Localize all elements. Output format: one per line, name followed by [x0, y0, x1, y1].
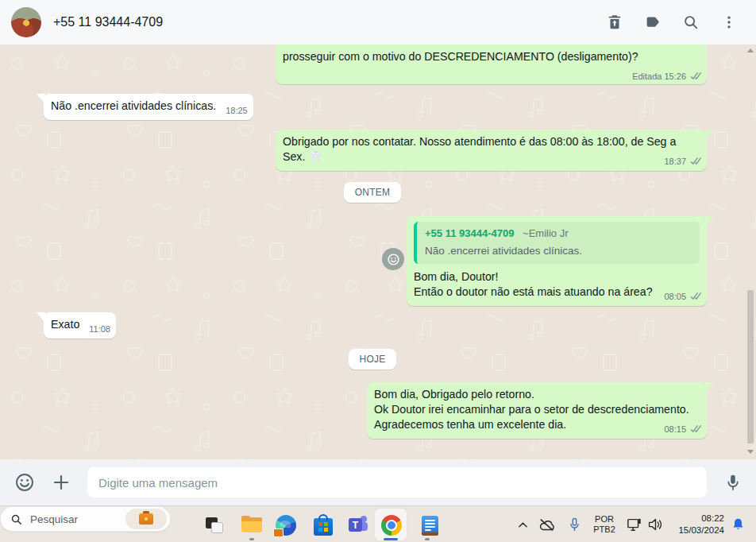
edge-button[interactable] [275, 514, 297, 536]
emoji-picker-icon[interactable] [14, 472, 35, 493]
work-profile-badge [273, 528, 284, 537]
notification-bell-icon[interactable] [727, 506, 748, 542]
message-line: Ok Doutor irei encaminhar para o setor d… [374, 402, 700, 417]
double-check-icon [688, 425, 701, 434]
chat-scrollbar[interactable] [745, 45, 756, 459]
file-explorer-button[interactable] [241, 514, 263, 536]
attach-plus-icon[interactable] [51, 472, 71, 493]
language-line1: POR [595, 514, 614, 525]
search-icon[interactable] [681, 13, 700, 32]
edge-icon [276, 515, 296, 536]
language-line2: PTB2 [593, 525, 615, 535]
contact-avatar[interactable] [11, 7, 41, 37]
date-divider: ONTEM [0, 182, 745, 203]
message-meta: 18:25 [226, 105, 248, 116]
message-incoming[interactable]: Não .encerrei atividades clínicas. 18:25 [44, 94, 253, 120]
task-view-button[interactable] [203, 514, 226, 536]
chat-message-area: prosseguir com o motivo do DESCREDENCIAM… [0, 45, 756, 459]
scrollbar-thumb[interactable] [747, 290, 754, 443]
file-explorer-icon [241, 517, 262, 533]
quoted-sender-name: ~Emilio Jr [523, 227, 568, 239]
start-button[interactable] [6, 517, 22, 532]
message-time: 08:15 [664, 424, 686, 435]
message-outgoing[interactable]: Obrigado por nos contatar. Nosso atendim… [276, 130, 707, 171]
label-icon[interactable] [643, 13, 662, 32]
message-outgoing-with-quote[interactable]: +55 11 93444-4709 ~Emilio Jr Não .encerr… [407, 216, 707, 306]
whatsapp-desktop-window: +55 11 93444-4709 [0, 0, 756, 542]
date-divider-label: ONTEM [344, 182, 401, 203]
scrollbar-up-arrow[interactable] [747, 48, 754, 52]
react-emoji-button[interactable] [382, 248, 404, 270]
message-meta: Editada 15:26 [632, 71, 701, 82]
message-line: Agradecemos tenha um excelente dia. [374, 418, 566, 431]
message-outgoing[interactable]: Bom dia, Obrigado pelo retorno. Ok Douto… [367, 382, 707, 439]
chrome-button[interactable] [380, 514, 403, 536]
volume-icon[interactable] [645, 506, 665, 542]
message-input[interactable] [87, 467, 707, 497]
quoted-text: Não .encerrei atividades clínicas. [425, 243, 692, 258]
windows-taskbar: T POR PTB2 08:22 [0, 505, 756, 542]
chat-header: +55 11 93444-4709 [0, 0, 756, 45]
taskbar-search-box[interactable] [0, 506, 171, 532]
microphone-icon[interactable] [723, 472, 743, 493]
contact-phone-title[interactable]: +55 11 93444-4709 [53, 15, 163, 29]
message-time: 08:05 [664, 291, 686, 302]
task-view-icon [206, 517, 223, 533]
message-time: 18:25 [226, 105, 248, 116]
message-outgoing[interactable]: prosseguir com o motivo do DESCREDENCIAM… [276, 45, 707, 84]
scrollbar-down-arrow[interactable] [747, 450, 754, 454]
briefcase-icon [139, 513, 153, 525]
active-running-indicator [384, 538, 398, 540]
search-highlight-capsule[interactable] [125, 509, 167, 529]
message-composer [0, 459, 756, 505]
notepad-button[interactable] [418, 514, 441, 536]
notepad-icon [422, 516, 438, 536]
language-indicator[interactable]: POR PTB2 [589, 506, 619, 542]
message-meta: 18:37 [664, 156, 701, 167]
message-line: Então o doutor não está mais atuando na … [414, 285, 653, 298]
message-text: Não .encerrei atividades clínicas. [51, 99, 216, 112]
message-line: Bom dia, Doutor! [414, 269, 700, 285]
taskbar-search-input[interactable] [29, 513, 119, 526]
chrome-icon [381, 515, 402, 536]
quoted-sender-number: +55 11 93444-4709 [425, 227, 514, 239]
message-incoming[interactable]: Exato 11:08 [44, 312, 116, 339]
message-time: 18:37 [664, 156, 686, 167]
message-meta: 08:05 [664, 291, 701, 302]
menu-kebab-icon[interactable] [719, 13, 739, 32]
clock-date[interactable]: 08:22 15/03/2024 [672, 506, 724, 542]
date-divider: HOJE [0, 349, 745, 370]
tray-date: 15/03/2024 [678, 525, 724, 536]
quoted-header: +55 11 93444-4709 ~Emilio Jr [425, 226, 692, 241]
message-meta: 11:08 [89, 323, 110, 335]
microsoft-store-button[interactable] [312, 514, 334, 536]
message-time: 15:26 [664, 71, 686, 82]
tray-chevron-up[interactable] [515, 506, 530, 542]
teams-button[interactable]: T [347, 514, 369, 536]
header-actions [605, 13, 739, 32]
message-text: Exato [51, 318, 79, 331]
running-indicator [249, 538, 254, 540]
cast-display-icon[interactable] [624, 506, 645, 542]
microsoft-store-icon [314, 518, 333, 536]
message-text: prosseguir com o motivo do DESCREDENCIAM… [283, 50, 638, 63]
message-meta: 08:15 [664, 424, 701, 435]
message-line: Bom dia, Obrigado pelo retorno. [374, 387, 700, 402]
message-time: 11:08 [89, 323, 110, 335]
delete-chat-icon[interactable] [605, 13, 624, 32]
teams-icon: T [349, 516, 368, 535]
running-indicator [425, 538, 430, 540]
teams-letter: T [349, 518, 362, 532]
double-check-icon [688, 72, 701, 81]
onedrive-paused-icon[interactable] [537, 506, 557, 542]
message-text: Obrigado por nos contatar. Nosso atendim… [283, 135, 676, 163]
quoted-message[interactable]: +55 11 93444-4709 ~Emilio Jr Não .encerr… [414, 222, 700, 264]
double-check-icon [688, 157, 701, 166]
date-divider-label: HOJE [349, 349, 397, 370]
tray-time: 08:22 [701, 513, 724, 525]
microphone-in-use-icon[interactable] [565, 506, 583, 542]
edited-label: Editada [632, 71, 662, 82]
double-check-icon [688, 292, 701, 301]
